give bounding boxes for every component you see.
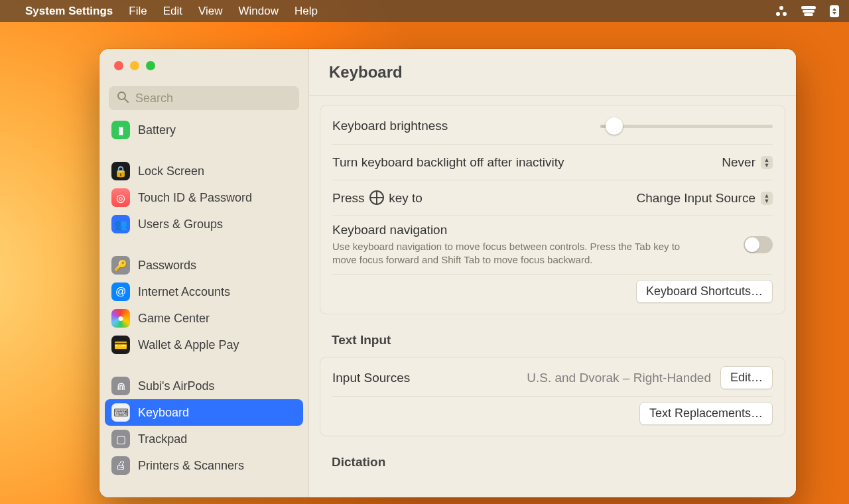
sidebar-list[interactable]: ▮Battery🔒Lock Screen◎Touch ID & Password… <box>99 117 308 497</box>
sidebar-item-keyboard[interactable]: ⌨Keyboard <box>105 399 303 426</box>
search-input[interactable] <box>135 92 291 105</box>
sidebar-item-label: Users & Groups <box>138 218 223 231</box>
svg-point-2 <box>783 12 787 16</box>
svg-rect-6 <box>830 5 839 17</box>
input-sources-label: Input Sources <box>332 371 410 385</box>
svg-point-0 <box>779 6 783 10</box>
gamecenter-icon: ● <box>111 309 130 328</box>
sidebar-item-touch-id-password[interactable]: ◎Touch ID & Password <box>105 184 303 211</box>
brightness-label: Keyboard brightness <box>332 119 448 133</box>
sidebar-item-label: Keyboard <box>138 406 189 420</box>
status-icon-3[interactable] <box>829 5 840 18</box>
battery-icon: ▮ <box>111 121 130 139</box>
section-text-input: Text Input <box>332 333 773 347</box>
row-keyboard-navigation: Keyboard navigation Use keyboard navigat… <box>332 216 773 274</box>
content-pane: Keyboard Keyboard brightness Turn keyboa… <box>309 49 796 497</box>
sidebar-item-label: Game Center <box>138 312 210 326</box>
sidebar-item-trackpad[interactable]: ▢Trackpad <box>105 426 303 452</box>
menu-bar: System Settings File Edit View Window He… <box>0 0 849 22</box>
globe-value: Change Input Source <box>636 191 755 206</box>
chevron-updown-icon: ▲▼ <box>761 156 773 169</box>
sidebar: ▮Battery🔒Lock Screen◎Touch ID & Password… <box>99 49 309 497</box>
text-input-panel: Input Sources U.S. and Dvorak – Right-Ha… <box>320 357 785 436</box>
menu-view[interactable]: View <box>198 5 223 18</box>
sidebar-item-internet-accounts[interactable]: @Internet Accounts <box>105 279 303 305</box>
sidebar-item-label: Printers & Scanners <box>138 459 244 473</box>
input-sources-edit-button[interactable]: Edit… <box>720 366 773 389</box>
sidebar-item-lock-screen[interactable]: 🔒Lock Screen <box>105 158 303 184</box>
svg-rect-5 <box>804 13 813 16</box>
sidebar-item-wallet-apple-pay[interactable]: 💳Wallet & Apple Pay <box>105 332 303 358</box>
window-titlebar <box>99 49 308 82</box>
at-icon: @ <box>111 283 130 301</box>
nav-label: Keyboard navigation <box>332 223 704 237</box>
sidebar-item-label: Battery <box>138 123 176 137</box>
sidebar-item-label: Touch ID & Password <box>138 191 252 205</box>
keyboard-panel: Keyboard brightness Turn keyboard backli… <box>320 105 785 314</box>
sidebar-item-printers-scanners[interactable]: 🖨Printers & Scanners <box>105 452 303 479</box>
row-shortcuts: Keyboard Shortcuts… <box>332 274 773 311</box>
backlight-label: Turn keyboard backlight off after inacti… <box>332 155 564 170</box>
globe-label: Press key to <box>332 190 423 206</box>
sidebar-item-label: Subi's AirPods <box>138 379 215 393</box>
fingerprint-icon: ◎ <box>111 188 130 207</box>
sidebar-item-game-center[interactable]: ●Game Center <box>105 305 303 332</box>
printer-icon: 🖨 <box>111 456 130 475</box>
app-name[interactable]: System Settings <box>25 5 113 18</box>
brightness-slider[interactable] <box>600 125 773 128</box>
keyboard-icon: ⌨ <box>111 403 130 422</box>
nav-switch[interactable] <box>744 236 773 253</box>
sidebar-item-passwords[interactable]: 🔑Passwords <box>105 252 303 279</box>
input-sources-value: U.S. and Dvorak – Right-Handed <box>527 371 711 385</box>
minimize-button[interactable] <box>130 61 139 70</box>
search-icon <box>117 91 129 105</box>
lock-icon: 🔒 <box>111 162 130 180</box>
sidebar-item-subi-s-airpods[interactable]: ⋒Subi's AirPods <box>105 373 303 399</box>
globe-popup[interactable]: Change Input Source ▲▼ <box>636 191 773 206</box>
backlight-value: Never <box>722 155 755 170</box>
airpods-icon: ⋒ <box>111 377 130 395</box>
menu-file[interactable]: File <box>129 5 147 18</box>
sidebar-item-label: Passwords <box>138 259 196 273</box>
content-scroll[interactable]: Keyboard brightness Turn keyboard backli… <box>309 95 796 497</box>
status-icon-2[interactable] <box>801 6 816 17</box>
search-field[interactable] <box>109 86 299 110</box>
menu-help[interactable]: Help <box>294 5 318 18</box>
keyboard-shortcuts-button[interactable]: Keyboard Shortcuts… <box>636 280 773 303</box>
svg-rect-4 <box>803 10 815 13</box>
status-icon-1[interactable] <box>775 5 788 18</box>
sidebar-item-label: Lock Screen <box>138 164 204 178</box>
row-input-sources: Input Sources U.S. and Dvorak – Right-Ha… <box>332 360 773 396</box>
svg-point-1 <box>776 12 780 16</box>
backlight-popup[interactable]: Never ▲▼ <box>722 155 773 170</box>
brightness-slider-thumb[interactable] <box>606 117 623 135</box>
sidebar-item-label: Internet Accounts <box>138 285 230 299</box>
close-button[interactable] <box>114 61 123 70</box>
menu-edit[interactable]: Edit <box>163 5 182 18</box>
users-icon: 👥 <box>111 215 130 233</box>
sidebar-item-users-groups[interactable]: 👥Users & Groups <box>105 211 303 237</box>
sidebar-item-label: Wallet & Apple Pay <box>138 338 239 352</box>
globe-icon <box>369 190 384 205</box>
chevron-updown-icon: ▲▼ <box>761 192 773 205</box>
svg-line-8 <box>125 99 128 102</box>
nav-description: Use keyboard navigation to move focus be… <box>332 240 704 267</box>
wallet-icon: 💳 <box>111 336 130 354</box>
row-brightness: Keyboard brightness <box>332 108 773 144</box>
sidebar-item-battery[interactable]: ▮Battery <box>105 117 303 143</box>
section-dictation: Dictation <box>332 455 773 470</box>
sidebar-item-label: Trackpad <box>138 432 187 446</box>
key-icon: 🔑 <box>111 256 130 275</box>
svg-rect-3 <box>801 6 816 9</box>
zoom-button[interactable] <box>146 61 155 70</box>
row-backlight-off: Turn keyboard backlight off after inacti… <box>332 144 773 180</box>
page-title: Keyboard <box>309 49 796 95</box>
trackpad-icon: ▢ <box>111 430 130 448</box>
row-text-replacements: Text Replacements… <box>332 396 773 433</box>
text-replacements-button[interactable]: Text Replacements… <box>639 402 773 425</box>
menu-window[interactable]: Window <box>239 5 279 18</box>
settings-window: ▮Battery🔒Lock Screen◎Touch ID & Password… <box>99 49 796 497</box>
row-globe-key: Press key to Change Input Source ▲▼ <box>332 180 773 216</box>
